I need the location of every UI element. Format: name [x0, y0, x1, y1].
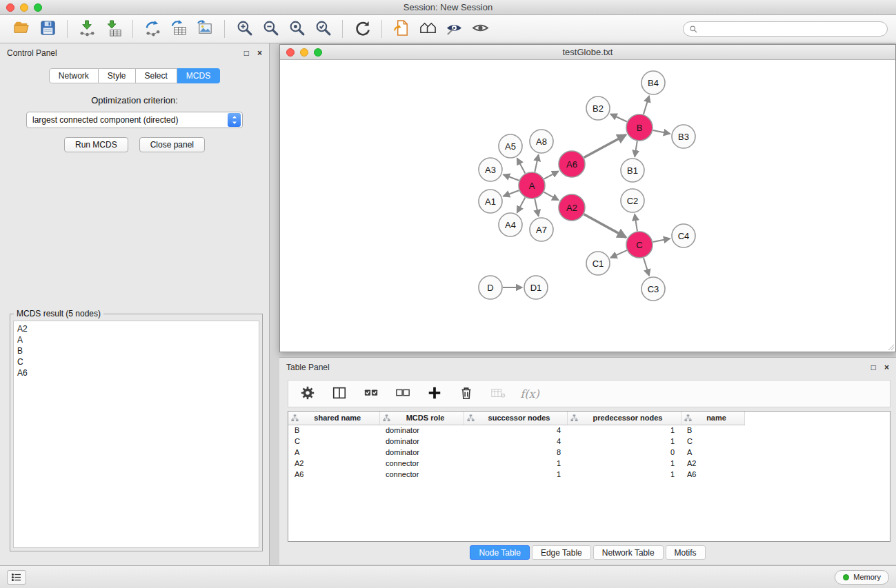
edge-A-A6[interactable] — [544, 171, 559, 179]
node-A2[interactable]: A2 — [559, 194, 585, 221]
node-C3[interactable]: C3 — [641, 277, 665, 301]
export-image-button[interactable] — [192, 18, 218, 40]
search-input[interactable] — [701, 24, 882, 34]
table-row[interactable]: A6connector11A6 — [288, 469, 744, 480]
float-panel-icon[interactable]: □ — [244, 49, 249, 57]
edge-C-C4[interactable] — [653, 239, 670, 242]
delete-table-button[interactable] — [486, 383, 510, 405]
table-cell[interactable]: A6 — [288, 469, 379, 480]
node-A[interactable]: A — [519, 172, 545, 199]
table-cell[interactable]: A — [288, 447, 379, 458]
table-cell[interactable]: 4 — [464, 436, 567, 447]
zoom-fit-button[interactable] — [283, 18, 310, 40]
close-window-icon[interactable] — [6, 3, 14, 12]
table-cell[interactable]: 0 — [567, 447, 681, 458]
search-field[interactable] — [683, 21, 888, 37]
table-cell[interactable]: A6 — [681, 469, 744, 480]
node-D1[interactable]: D1 — [524, 276, 548, 299]
close-panel-icon[interactable]: × — [257, 49, 262, 57]
edge-A-A4[interactable] — [517, 198, 526, 213]
delete-columns-button[interactable] — [454, 383, 479, 405]
table-cell[interactable]: dominator — [379, 425, 464, 436]
apply-function-button[interactable]: f(x) — [517, 383, 542, 405]
deselect-all-rows-button[interactable] — [390, 383, 415, 405]
optimization-criterion-select[interactable]: largest connected component (directed) — [26, 112, 243, 128]
node-A6[interactable]: A6 — [559, 151, 585, 177]
node-A8[interactable]: A8 — [530, 130, 553, 153]
import-table-file-button[interactable] — [100, 18, 126, 40]
table-cell[interactable]: 1 — [567, 469, 681, 480]
column-header[interactable]: name — [681, 412, 744, 425]
edge-A6-B[interactable] — [584, 135, 626, 158]
edge-C-C2[interactable] — [635, 214, 637, 231]
edge-B-B4[interactable] — [644, 96, 649, 114]
edge-A-A1[interactable] — [504, 190, 519, 196]
tab-motifs[interactable]: Motifs — [666, 545, 706, 560]
edge-B-B3[interactable] — [653, 130, 670, 134]
node-B[interactable]: B — [626, 114, 653, 141]
tab-network-table[interactable]: Network Table — [593, 545, 664, 560]
tab-select[interactable]: Select — [136, 68, 177, 83]
result-item[interactable]: A — [17, 334, 255, 345]
column-header[interactable]: shared name — [288, 412, 379, 425]
column-header[interactable]: predecessor nodes — [567, 412, 681, 425]
node-B4[interactable]: B4 — [641, 71, 665, 94]
table-cell[interactable]: 1 — [567, 425, 681, 436]
mcds-result-list[interactable]: A2ABCA6 — [13, 321, 259, 548]
table-cell[interactable]: 1 — [464, 458, 567, 469]
table-cell[interactable]: A2 — [681, 458, 744, 469]
resize-grip-icon[interactable] — [886, 343, 895, 351]
float-table-panel-icon[interactable]: □ — [871, 363, 876, 372]
add-column-button[interactable] — [422, 383, 447, 405]
export-table-button[interactable] — [166, 18, 192, 40]
table-cell[interactable]: C — [288, 436, 379, 447]
table-cell[interactable]: 1 — [567, 436, 681, 447]
minimize-window-icon[interactable] — [20, 3, 28, 12]
node-table[interactable]: shared nameMCDS rolesuccessor nodesprede… — [288, 411, 890, 542]
table-row[interactable]: A2connector11A2 — [288, 458, 744, 469]
close-panel-button[interactable]: Close panel — [139, 137, 205, 152]
table-cell[interactable]: dominator — [379, 447, 464, 458]
table-cell[interactable]: B — [681, 425, 744, 436]
save-session-button[interactable] — [34, 18, 61, 40]
edge-C-C1[interactable] — [610, 250, 627, 258]
tab-network[interactable]: Network — [49, 68, 99, 83]
close-table-panel-icon[interactable]: × — [884, 363, 889, 372]
inspector-eye-pen-button[interactable] — [441, 18, 467, 40]
node-C[interactable]: C — [626, 232, 653, 258]
refresh-layout-button[interactable] — [349, 18, 375, 40]
result-item[interactable]: A2 — [17, 323, 255, 334]
export-network-button[interactable] — [139, 18, 166, 40]
table-cell[interactable]: dominator — [379, 436, 464, 447]
node-C4[interactable]: C4 — [672, 224, 695, 247]
table-cell[interactable]: 1 — [464, 469, 567, 480]
edge-B-B1[interactable] — [635, 141, 637, 157]
table-cell[interactable]: 8 — [464, 447, 567, 458]
table-cell[interactable]: 1 — [567, 458, 681, 469]
table-cell[interactable]: connector — [379, 458, 464, 469]
table-settings-button[interactable] — [295, 383, 320, 405]
result-item[interactable]: C — [17, 356, 255, 367]
node-B1[interactable]: B1 — [621, 159, 644, 182]
edge-C-C3[interactable] — [644, 258, 649, 276]
network-overview-homes-button[interactable] — [415, 18, 441, 40]
zoom-window-icon[interactable] — [34, 3, 42, 12]
column-header[interactable]: MCDS role — [379, 412, 464, 425]
tab-mcds[interactable]: MCDS — [177, 68, 220, 83]
table-cell[interactable]: C — [681, 436, 744, 447]
table-cell[interactable]: A — [681, 447, 744, 458]
edge-A2-C[interactable] — [584, 214, 626, 238]
node-A7[interactable]: A7 — [530, 218, 553, 241]
zoom-in-button[interactable] — [231, 18, 257, 40]
column-header[interactable]: successor nodes — [464, 412, 567, 425]
memory-button[interactable]: Memory — [835, 570, 889, 585]
node-B2[interactable]: B2 — [586, 97, 610, 120]
zoom-selected-button[interactable] — [310, 18, 336, 40]
zoom-network-window-icon[interactable] — [314, 48, 322, 57]
edge-A-A8[interactable] — [535, 155, 538, 172]
table-row[interactable]: Cdominator41C — [288, 436, 744, 447]
network-window-titlebar[interactable]: testGlobe.txt — [280, 45, 895, 60]
node-B3[interactable]: B3 — [672, 125, 695, 148]
edge-A-A3[interactable] — [504, 174, 519, 181]
select-all-rows-button[interactable] — [359, 383, 384, 405]
